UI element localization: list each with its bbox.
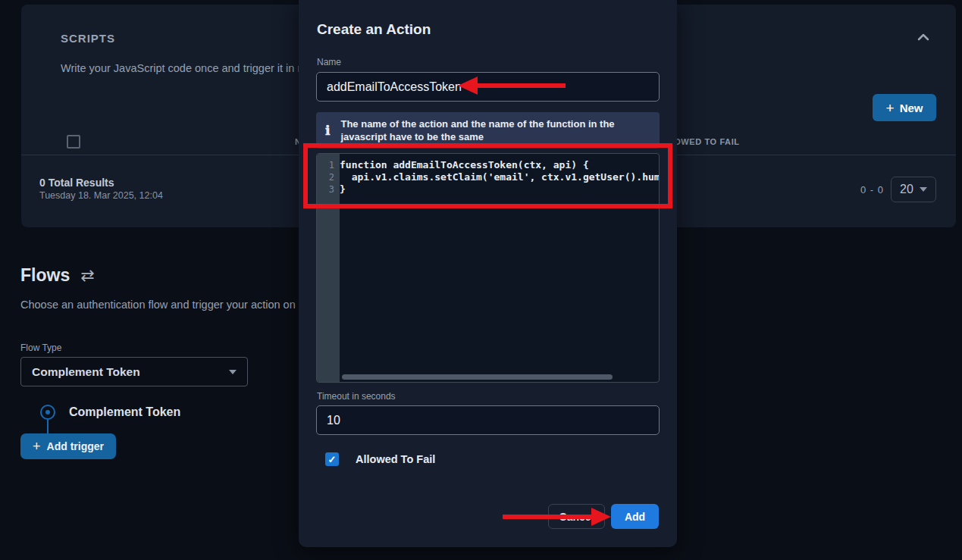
timeout-input[interactable] [316, 405, 660, 435]
checkmark-icon: ✓ [328, 455, 337, 465]
flow-trigger-connector-line [47, 420, 49, 434]
allowed-to-fail-checkbox[interactable]: ✓ [325, 452, 339, 466]
flow-trigger-node-dot [45, 410, 50, 415]
code-lines: 1 function addEmailToAccessToken(ctx, ap… [317, 159, 659, 196]
page-size-select[interactable]: 20 [891, 177, 936, 202]
flows-subtitle: Choose an authentication flow and trigge… [20, 299, 319, 311]
line-number: 1 [317, 159, 340, 171]
code-line: 2 api.v1.claims.setClaim('email', ctx.v1… [317, 171, 659, 183]
scripts-card-title: SCRIPTS [61, 32, 115, 45]
create-action-modal: Create an Action Name ℹ The name of the … [299, 0, 677, 547]
new-action-button[interactable]: + New [873, 94, 936, 121]
plus-icon: + [33, 440, 41, 453]
line-number: 2 [317, 171, 340, 183]
caret-down-icon [920, 187, 927, 192]
timeout-field-label: Timeout in seconds [317, 391, 396, 402]
info-icon: ℹ [325, 123, 330, 139]
flows-title-text: Flows [20, 265, 70, 286]
page-size-value: 20 [900, 183, 913, 196]
add-trigger-button[interactable]: + Add trigger [20, 433, 116, 459]
pagination-range: 0 - 0 [860, 184, 884, 196]
code-text: api.v1.claims.setClaim('email', ctx.v1.g… [340, 171, 659, 183]
flow-trigger-node-label: Complement Token [69, 405, 180, 419]
allowed-to-fail-row: ✓ Allowed To Fail [325, 452, 435, 466]
info-banner-text: The name of the action and the name of t… [340, 117, 614, 143]
info-line-1: The name of the action and the name of t… [340, 118, 614, 130]
add-trigger-button-label: Add trigger [47, 440, 104, 452]
new-action-button-label: New [900, 102, 923, 114]
flow-trigger-node-icon [40, 405, 55, 420]
results-timestamp: Tuesday 18. Mar 2025, 12:04 [39, 190, 163, 201]
flows-section-title: Flows ⇄ [20, 265, 95, 286]
add-button[interactable]: Add [611, 504, 659, 529]
scripts-card-subtitle: Write your JavaScript code once and trig… [61, 62, 335, 74]
line-number: 3 [317, 183, 340, 196]
allowed-to-fail-label: Allowed To Fail [356, 453, 435, 465]
code-line: 1 function addEmailToAccessToken(ctx, ap… [317, 159, 659, 171]
modal-title: Create an Action [317, 21, 431, 38]
swap-arrows-icon: ⇄ [80, 266, 94, 286]
flow-type-select[interactable]: Complement Token [20, 357, 248, 386]
flow-type-value: Complement Token [32, 365, 140, 379]
info-banner: ℹ The name of the action and the name of… [316, 112, 660, 149]
code-text: } [340, 183, 659, 196]
total-results-text: 0 Total Results [39, 177, 114, 189]
flow-type-label: Flow Type [20, 343, 61, 353]
code-editor[interactable]: 1 function addEmailToAccessToken(ctx, ap… [316, 153, 660, 383]
caret-down-icon [229, 370, 237, 374]
cancel-button[interactable]: Cancel [548, 504, 605, 529]
action-name-input[interactable] [316, 72, 660, 102]
code-line: 3 } [317, 183, 659, 196]
horizontal-scrollbar[interactable] [342, 374, 613, 380]
plus-icon: + [886, 101, 895, 115]
code-text: function addEmailToAccessToken(ctx, api)… [340, 159, 659, 171]
select-all-checkbox[interactable] [67, 135, 80, 149]
collapse-chevron-up-icon[interactable] [913, 27, 933, 47]
info-line-2: javascript have to be the same [340, 131, 484, 142]
name-field-label: Name [317, 57, 341, 67]
